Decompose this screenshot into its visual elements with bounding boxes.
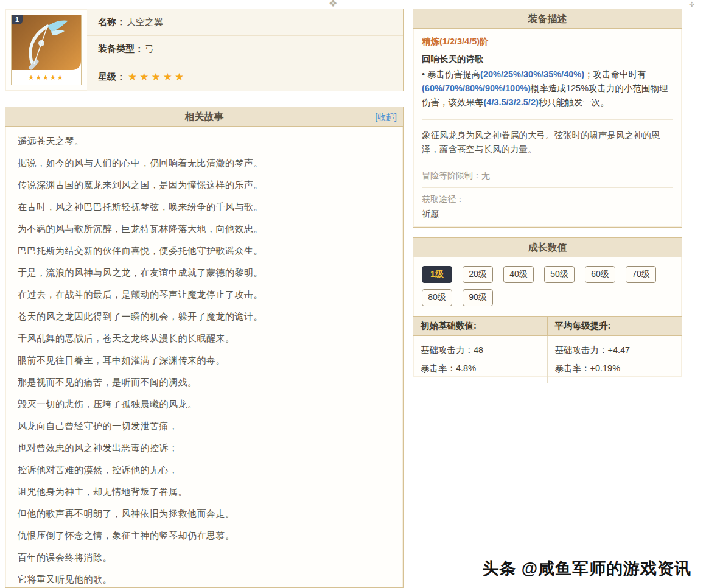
wiki-page: ❖ ✣ 1 ★★★★★ 名称： 天空之翼 — [0, 0, 706, 588]
description-body: 精炼(1/2/3/4/5)阶 回响长天的诗歌 • 暴击伤害提高(20%/25%/… — [413, 29, 682, 220]
level-tab-20[interactable]: 20级 — [463, 266, 493, 283]
effect-values-2: (60%/70%/80%/90%/100%) — [422, 83, 531, 93]
description-title: 装备描述 — [528, 13, 567, 24]
level-tabs: 1级 20级 40级 50级 60级 70级 80级 90级 — [413, 257, 682, 312]
story-paragraph: 仇恨压倒了怀念之情，象征主神的竖琴却仍在思慕。 — [18, 531, 391, 540]
story-paragraph: 它将重又听见他的歌。 — [18, 575, 391, 584]
level-tab-1[interactable]: 1级 — [422, 266, 452, 283]
rarity-stars: ★★★★★ — [128, 71, 186, 83]
story-paragraph: 毁灭一切的悲伤，压垮了孤独晨曦的风龙。 — [18, 399, 391, 408]
story-paragraph: 控诉他对苦难的漠然，控诉他的无心， — [18, 465, 391, 474]
collapse-toggle-link[interactable]: [收起] — [375, 107, 397, 127]
weapon-name-row: 名称： 天空之翼 — [87, 9, 403, 36]
acquisition-section: 获取途径： 祈愿 — [422, 187, 673, 220]
acquisition-value: 祈愿 — [422, 209, 439, 219]
icon-star-strip: ★★★★★ — [12, 70, 81, 85]
base-stats-cell: 基础攻击力：48 暴击率：4.8% — [413, 336, 548, 383]
avg-gain-header: 平均每级提升: — [548, 317, 682, 335]
avg-gain-cell: 基础攻击力：+4.47 暴击率：+0.19% — [548, 336, 682, 383]
weapon-icon[interactable]: 1 ★★★★★ — [11, 15, 82, 85]
story-paragraph: 苍天的风之龙因此得到了一瞬的机会，躲开了魔龙的诡计。 — [18, 312, 391, 321]
decorative-emblem-icon: ❖ — [329, 0, 337, 9]
level-tab-80[interactable]: 80级 — [422, 289, 452, 306]
bow-illustration-icon — [12, 15, 81, 70]
stats-table: 初始基础数值: 平均每级提升: 基础攻击力：48 暴击率：4.8% 基础攻击力：… — [413, 316, 682, 383]
stats-table-body: 基础攻击力：48 暴击率：4.8% 基础攻击力：+4.47 暴击率：+0.19% — [413, 336, 682, 383]
story-body: 遥远苍天之琴。 据说，如今的风与人们的心中，仍回响着无比清澈的琴声。 传说深渊古… — [5, 127, 403, 584]
story-paragraph: 但他的歌声再不明朗了，风神依旧为拯救他而奔走。 — [18, 509, 391, 518]
story-paragraph: 千风乱舞的恶战后，苍天之龙终从漫长的长眠醒来。 — [18, 334, 391, 343]
equipment-description-panel: 装备描述 精炼(1/2/3/4/5)阶 回响长天的诗歌 • 暴击伤害提高(20%… — [413, 9, 682, 228]
passive-effect-text: • 暴击伤害提高(20%/25%/30%/35%/40%)；攻击命中时有(60%… — [422, 68, 673, 110]
rarity-label: 星级： — [98, 71, 125, 83]
bullet-marker: • — [422, 69, 425, 79]
description-header: 装备描述 — [413, 9, 682, 29]
top-divider — [0, 5, 685, 5]
weapon-info-card: 1 ★★★★★ 名称： 天空之翼 装备类型： 弓 — [5, 9, 404, 91]
weapon-rarity-row: 星级： ★★★★★ — [87, 63, 403, 91]
right-divider — [685, 0, 685, 588]
quantity-badge: 1 — [12, 15, 23, 24]
level-tab-60[interactable]: 60级 — [585, 266, 615, 283]
acquisition-label: 获取途径： — [422, 194, 673, 205]
story-title: 相关故事 — [185, 111, 224, 122]
level-tab-50[interactable]: 50级 — [544, 266, 575, 283]
effect-values-3: (4/3.5/3/2.5/2) — [484, 97, 539, 107]
avg-atk-gain: 基础攻击力：+4.47 — [555, 341, 675, 359]
level-tab-90[interactable]: 90级 — [463, 289, 493, 306]
adventure-rank-restriction: 冒险等阶限制：无 — [422, 164, 673, 181]
type-label: 装备类型： — [98, 43, 144, 55]
effect-values-1: (20%/25%/30%/35%/40%) — [480, 69, 584, 79]
story-paragraph: 诅咒他身为神主，却无情地背叛了眷属。 — [18, 487, 391, 496]
weapon-image — [12, 15, 81, 70]
story-header: 相关故事 [收起] — [5, 107, 403, 127]
type-value: 弓 — [145, 43, 154, 55]
base-stats-header: 初始基础数值: — [413, 317, 548, 335]
story-paragraph: 眼前不见往日眷主，耳中如灌满了深渊传来的毒。 — [18, 355, 391, 365]
story-paragraph: 据说，如今的风与人们的心中，仍回响着无比清澈的琴声。 — [18, 158, 391, 167]
story-paragraph: 风龙向自己曾经守护的一切发泄苦痛， — [18, 421, 391, 430]
corner-ornament-icon: ✣ — [689, 1, 694, 9]
weapon-type-row: 装备类型： 弓 — [87, 36, 403, 63]
growth-title: 成长数值 — [528, 242, 567, 253]
story-paragraph: 遥远苍天之琴。 — [18, 136, 391, 145]
story-panel: 相关故事 [收起] 遥远苍天之琴。 据说，如今的风与人们的心中，仍回响着无比清澈… — [5, 107, 404, 588]
weapon-attributes: 名称： 天空之翼 装备类型： 弓 星级： ★★★★★ — [87, 9, 403, 91]
name-value: 天空之翼 — [127, 16, 163, 28]
watermark-text: 头条 @咸鱼军师的游戏资讯 — [482, 558, 691, 579]
story-paragraph: 百年的误会终将消除。 — [18, 553, 391, 562]
refinement-rank-label: 精炼(1/2/3/4/5)阶 — [422, 36, 673, 47]
base-crit-stat: 暴击率：4.8% — [421, 359, 540, 377]
level-tab-40[interactable]: 40级 — [503, 266, 534, 283]
avg-crit-gain: 暴击率：+0.19% — [555, 359, 675, 377]
story-paragraph: 巴巴托斯为结交新的伙伴而喜悦，便委托他守护歌谣众生。 — [18, 246, 391, 255]
flavor-text: 象征风龙身为风之神眷属的大弓。弦张时的啸声是风之神的恩泽，蕴含苍空与长风的力量。 — [422, 119, 673, 156]
stats-table-header: 初始基础数值: 平均每级提升: — [413, 317, 682, 336]
passive-skill-name: 回响长天的诗歌 — [422, 54, 673, 65]
story-paragraph: 那是视而不见的痛苦，是听而不闻的凋残。 — [18, 377, 391, 387]
effect-text-2: ；攻击命中时有 — [584, 69, 646, 79]
story-paragraph: 也对曾效忠的风之神发出恶毒的控诉； — [18, 443, 391, 452]
story-paragraph: 在过去，在战斗的最后，是颤动的琴声让魔龙停止了攻击。 — [18, 290, 391, 299]
name-label: 名称： — [98, 16, 125, 28]
story-paragraph: 于是，流浪的风神与风之龙，在友谊中成就了蒙德的黎明。 — [18, 268, 391, 277]
growth-header: 成长数值 — [413, 238, 682, 257]
growth-stats-panel: 成长数值 1级 20级 40级 50级 60级 70级 80级 90级 初始基础… — [413, 237, 682, 377]
base-atk-stat: 基础攻击力：48 — [421, 341, 540, 359]
story-paragraph: 在古时，风之神巴巴托斯轻抚琴弦，唤来纷争的千风与歌。 — [18, 202, 391, 211]
story-paragraph: 为不羁的风与歌所沉醉，巨龙特瓦林降落大地，向他效忠。 — [18, 224, 391, 233]
effect-text-1: 暴击伤害提高 — [427, 69, 480, 79]
level-tab-70[interactable]: 70级 — [626, 266, 656, 283]
effect-text-4: 秒只能触发一次。 — [539, 97, 609, 107]
story-paragraph: 传说深渊古国的魔龙来到风之国，是因为憧憬这样的乐声。 — [18, 180, 391, 189]
